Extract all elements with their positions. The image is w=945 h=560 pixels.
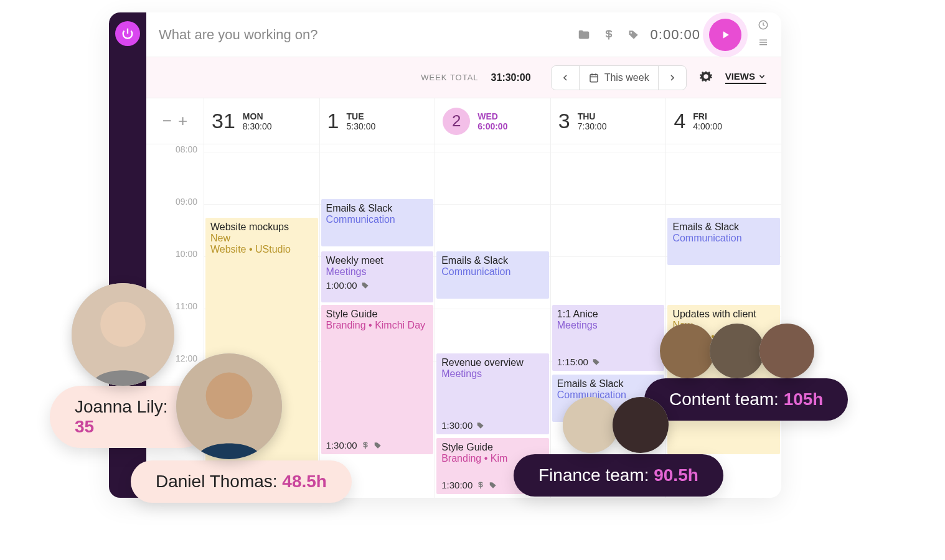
event-project: Communication [672, 233, 775, 244]
dollar-icon [361, 441, 370, 450]
day-column-tue[interactable]: Emails & Slack Communication Weekly meet… [319, 144, 435, 498]
day-duration: 7:30:00 [578, 121, 607, 131]
svg-rect-10 [563, 397, 619, 453]
day-header-mon[interactable]: 31 MON8:30:00 [204, 98, 319, 144]
user-hours: 48.5h [282, 472, 327, 491]
day-of-week: WED [477, 111, 507, 121]
team-name: Finance team: [538, 465, 649, 485]
zoom-in-button[interactable]: + [178, 111, 187, 131]
day-header-thu[interactable]: 3 THU7:30:00 [550, 98, 666, 144]
event-title: Emails & Slack [557, 378, 660, 390]
user-hours: 35 [75, 417, 94, 436]
day-duration: 6:00:00 [477, 121, 507, 131]
event-project: Meetings [557, 320, 660, 331]
day-of-week: FRI [693, 111, 722, 121]
day-header-wed[interactable]: 2 WED6:00:00 [435, 98, 550, 144]
day-header-tue[interactable]: 1 TUE5:30:00 [319, 98, 435, 144]
svg-point-4 [100, 302, 146, 347]
top-bar: 0:00:00 [146, 12, 781, 57]
week-navigator: This week [551, 65, 687, 90]
folder-icon[interactable] [576, 27, 592, 43]
day-duration: 4:00:00 [693, 121, 722, 131]
event-block[interactable]: Emails & Slack Communication [321, 199, 434, 246]
user-name: Joanna Lily: [75, 397, 167, 416]
zoom-controls: − + [146, 98, 204, 144]
day-number: 1 [327, 109, 339, 133]
event-block[interactable]: Weekly meet Meetings 1:00:00 [321, 251, 434, 302]
day-number: 4 [674, 109, 685, 133]
event-title: Emails & Slack [441, 255, 544, 266]
event-title: Website mockups [210, 222, 313, 233]
hour-label: 10:00 [146, 249, 204, 301]
play-button[interactable] [709, 19, 741, 51]
hour-label: 08:00 [146, 144, 204, 197]
day-of-week: TUE [347, 111, 376, 121]
menu-icon[interactable] [758, 37, 769, 50]
event-title: Updates with client [672, 309, 775, 320]
event-block[interactable]: Emails & Slack Communication [667, 218, 780, 265]
calendar-icon [588, 72, 599, 83]
prev-week-button[interactable] [552, 66, 580, 90]
event-block[interactable]: Style Guide Branding • Kimchi Day 1:30:0… [321, 305, 434, 454]
mode-stack [758, 19, 769, 50]
next-week-button[interactable] [659, 66, 686, 90]
event-project: Meetings [441, 368, 544, 380]
dollar-icon[interactable] [601, 27, 617, 43]
day-header-fri[interactable]: 4 FRI4:00:00 [665, 98, 781, 144]
event-time: 1:30:00 [441, 420, 485, 431]
event-time: 1:15:00 [557, 357, 601, 367]
timer-display: 0:00:00 [651, 27, 700, 43]
sub-bar: WEEK TOTAL 31:30:00 This week VIEWS [146, 57, 781, 98]
team-hours: 105h [784, 390, 824, 409]
day-of-week: MON [243, 111, 272, 121]
avatar-team-finance-2 [613, 397, 669, 453]
zoom-out-button[interactable]: − [162, 111, 172, 131]
event-project: Communication [326, 214, 429, 225]
settings-gear-icon[interactable] [699, 70, 713, 86]
event-title: Style Guide [326, 309, 429, 320]
hour-label: 09:00 [146, 197, 204, 249]
svg-rect-8 [710, 324, 764, 378]
day-column-fri[interactable]: Emails & Slack Communication Updates wit… [665, 144, 781, 498]
event-block[interactable]: Emails & Slack Communication [436, 251, 549, 299]
event-time: 1:30:00 [326, 440, 382, 450]
svg-point-6 [206, 373, 253, 419]
avatar-team-content-2 [710, 324, 764, 378]
tag-icon[interactable] [626, 27, 642, 43]
day-column-wed[interactable]: Emails & Slack Communication Revenue ove… [435, 144, 550, 498]
avatar-daniel [176, 353, 282, 459]
avatar-joanna [72, 283, 174, 386]
tag-icon [592, 358, 601, 366]
svg-rect-2 [590, 74, 598, 82]
event-block[interactable]: Revenue overview Meetings 1:30:00 [436, 353, 549, 434]
day-number: 3 [558, 109, 570, 133]
views-label: VIEWS [725, 71, 755, 82]
event-project: Meetings [326, 266, 429, 278]
svg-point-0 [630, 32, 632, 34]
event-title: Revenue overview [441, 357, 544, 368]
clock-icon[interactable] [758, 19, 769, 33]
svg-rect-9 [759, 324, 814, 378]
week-total-label: WEEK TOTAL [421, 73, 478, 82]
day-of-week: THU [578, 111, 607, 121]
event-title: Style Guide [441, 442, 544, 453]
event-project: Communication [441, 266, 544, 278]
dollar-icon [476, 481, 485, 490]
day-duration: 5:30:00 [347, 121, 376, 131]
svg-rect-7 [660, 324, 715, 378]
week-picker[interactable]: This week [580, 66, 659, 90]
tag-icon [361, 281, 370, 290]
power-logo-icon[interactable] [115, 21, 140, 46]
event-project: Branding • Kimchi Day [326, 320, 429, 331]
tag-icon [476, 421, 485, 430]
event-block[interactable]: 1:1 Anice Meetings 1:15:00 [552, 305, 665, 371]
avatar-team-content-3 [759, 324, 814, 378]
views-dropdown[interactable]: VIEWS [725, 71, 766, 84]
user-name: Daniel Thomas: [156, 472, 278, 491]
task-input[interactable] [159, 27, 567, 43]
avatar-team-finance-1 [563, 397, 619, 453]
svg-rect-11 [613, 397, 669, 453]
event-time: 1:30:00 [441, 480, 497, 490]
team-name: Content team: [669, 390, 779, 409]
day-number-today: 2 [443, 108, 470, 135]
